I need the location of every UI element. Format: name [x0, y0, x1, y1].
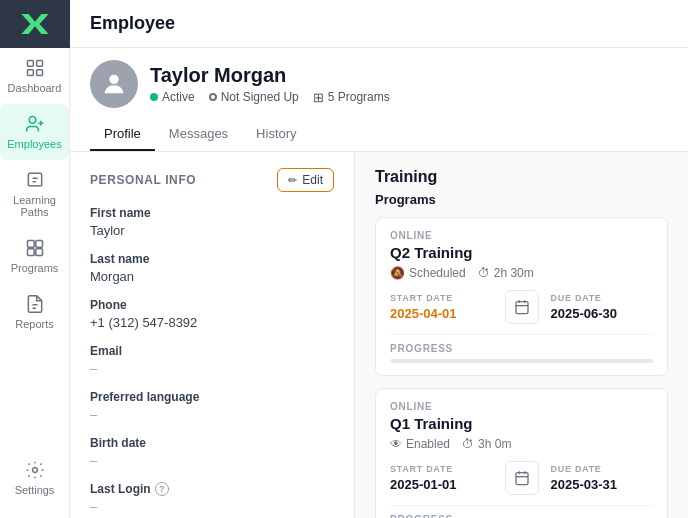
- status-unsigned-badge: Not Signed Up: [209, 90, 299, 104]
- sidebar-item-learning-paths-label: Learning Paths: [4, 194, 65, 218]
- card-q2-meta: 🔕 Scheduled ⏱ 2h 30m: [390, 266, 653, 280]
- sidebar-item-settings[interactable]: Settings: [0, 450, 69, 506]
- svg-rect-7: [27, 249, 34, 256]
- status-active-label: Active: [162, 90, 195, 104]
- page-title: Employee: [90, 13, 175, 34]
- edit-label: Edit: [302, 173, 323, 187]
- last-login-label: Last Login ?: [90, 482, 334, 496]
- birth-date-label: Birth date: [90, 436, 334, 450]
- last-name-value: Morgan: [90, 269, 334, 284]
- app-logo: [0, 0, 70, 48]
- employee-info: Taylor Morgan Active Not Signed Up ⊞ 5 P…: [90, 60, 668, 108]
- svg-point-4: [29, 117, 36, 124]
- svg-rect-2: [27, 70, 33, 76]
- training-title: Training: [375, 168, 668, 186]
- card-q1-status: 👁 Enabled: [390, 437, 450, 451]
- card-q2-name: Q2 Training: [390, 244, 653, 261]
- calendar-icon-q1: [505, 461, 539, 495]
- status-active-badge: Active: [150, 90, 195, 104]
- card-q1-due-value: 2025-03-31: [551, 477, 654, 492]
- sidebar-item-dashboard[interactable]: Dashboard: [0, 48, 69, 104]
- programs-grid-icon: ⊞: [313, 90, 324, 105]
- sidebar-item-employees[interactable]: Employees: [0, 104, 69, 160]
- programs-count-badge: ⊞ 5 Programs: [313, 90, 390, 105]
- scheduled-icon: 🔕: [390, 266, 405, 280]
- personal-info-title: PERSONAL INFO: [90, 173, 196, 187]
- enabled-icon: 👁: [390, 437, 402, 451]
- tab-messages[interactable]: Messages: [155, 118, 242, 151]
- sidebar-item-learning-paths[interactable]: Learning Paths: [0, 160, 69, 228]
- svg-rect-5: [27, 241, 34, 248]
- field-birth-date: Birth date –: [90, 436, 334, 468]
- tab-history[interactable]: History: [242, 118, 310, 151]
- card-q2-due-label: DUE DATE: [551, 293, 654, 303]
- card-q1-duration-label: 3h 0m: [478, 437, 511, 451]
- first-name-label: First name: [90, 206, 334, 220]
- card-q2-dates: START DATE 2025-04-01 DUE DATE 202: [390, 290, 653, 324]
- training-card-q1: ONLINE Q1 Training 👁 Enabled ⏱ 3h 0m STA…: [375, 388, 668, 518]
- card-q1-due-label: DUE DATE: [551, 464, 654, 474]
- card-q2-due: DUE DATE 2025-06-30: [551, 293, 654, 321]
- card-q2-progress-bar-bg: [390, 359, 653, 363]
- main-content: Employee Taylor Morgan Active: [70, 0, 688, 518]
- employee-name: Taylor Morgan: [150, 64, 390, 87]
- svg-rect-6: [35, 241, 42, 248]
- field-phone: Phone +1 (312) 547-8392: [90, 298, 334, 330]
- svg-point-9: [32, 468, 37, 473]
- card-q1-meta: 👁 Enabled ⏱ 3h 0m: [390, 437, 653, 451]
- phone-label: Phone: [90, 298, 334, 312]
- card-q1-duration: ⏱ 3h 0m: [462, 437, 511, 451]
- sidebar-item-reports[interactable]: Reports: [0, 284, 69, 340]
- edit-pencil-icon: ✏: [288, 174, 297, 187]
- edit-button[interactable]: ✏ Edit: [277, 168, 334, 192]
- card-q1-start-label: START DATE: [390, 464, 493, 474]
- sidebar-item-programs-label: Programs: [11, 262, 59, 274]
- field-last-login: Last Login ? –: [90, 482, 334, 514]
- sidebar: Dashboard Employees Learning Paths Progr…: [0, 0, 70, 518]
- card-q1-dates: START DATE 2025-01-01 DUE DATE 202: [390, 461, 653, 495]
- card-q1-progress: PROGRESS: [390, 505, 653, 518]
- svg-rect-1: [36, 61, 42, 67]
- topbar: Employee: [70, 0, 688, 48]
- training-panel: Training Programs ONLINE Q2 Training 🔕 S…: [355, 152, 688, 518]
- sidebar-item-dashboard-label: Dashboard: [8, 82, 62, 94]
- card-q1-due: DUE DATE 2025-03-31: [551, 464, 654, 492]
- svg-rect-3: [36, 70, 42, 76]
- field-email: Email –: [90, 344, 334, 376]
- card-q1-progress-label: PROGRESS: [390, 505, 653, 518]
- card-q2-progress: PROGRESS: [390, 334, 653, 363]
- card-q2-due-value: 2025-06-30: [551, 306, 654, 321]
- tabs: Profile Messages History: [90, 118, 668, 151]
- sidebar-item-employees-label: Employees: [7, 138, 61, 150]
- card-q1-status-label: Enabled: [406, 437, 450, 451]
- card-q2-status-label: Scheduled: [409, 266, 466, 280]
- card-q2-start: START DATE 2025-04-01: [390, 293, 493, 321]
- email-label: Email: [90, 344, 334, 358]
- programs-subtitle: Programs: [375, 192, 668, 207]
- card-q2-status: 🔕 Scheduled: [390, 266, 466, 280]
- content-panels: PERSONAL INFO ✏ Edit First name Taylor L…: [70, 152, 688, 518]
- field-last-name: Last name Morgan: [90, 252, 334, 284]
- programs-count-label: 5 Programs: [328, 90, 390, 104]
- preferred-language-label: Preferred language: [90, 390, 334, 404]
- email-value: –: [90, 361, 334, 376]
- card-q2-start-value: 2025-04-01: [390, 306, 493, 321]
- sidebar-item-programs[interactable]: Programs: [0, 228, 69, 284]
- last-login-info-icon: ?: [155, 482, 169, 496]
- last-name-label: Last name: [90, 252, 334, 266]
- tab-profile[interactable]: Profile: [90, 118, 155, 151]
- card-q1-start: START DATE 2025-01-01: [390, 464, 493, 492]
- card-q2-type: ONLINE: [390, 230, 653, 241]
- active-dot: [150, 93, 158, 101]
- avatar: [90, 60, 138, 108]
- card-q1-name: Q1 Training: [390, 415, 653, 432]
- card-q2-progress-label: PROGRESS: [390, 334, 653, 354]
- preferred-language-value: –: [90, 407, 334, 422]
- svg-rect-0: [27, 61, 33, 67]
- field-preferred-language: Preferred language –: [90, 390, 334, 422]
- personal-info-header: PERSONAL INFO ✏ Edit: [90, 168, 334, 192]
- field-first-name: First name Taylor: [90, 206, 334, 238]
- last-login-value: –: [90, 499, 334, 514]
- first-name-value: Taylor: [90, 223, 334, 238]
- birth-date-value: –: [90, 453, 334, 468]
